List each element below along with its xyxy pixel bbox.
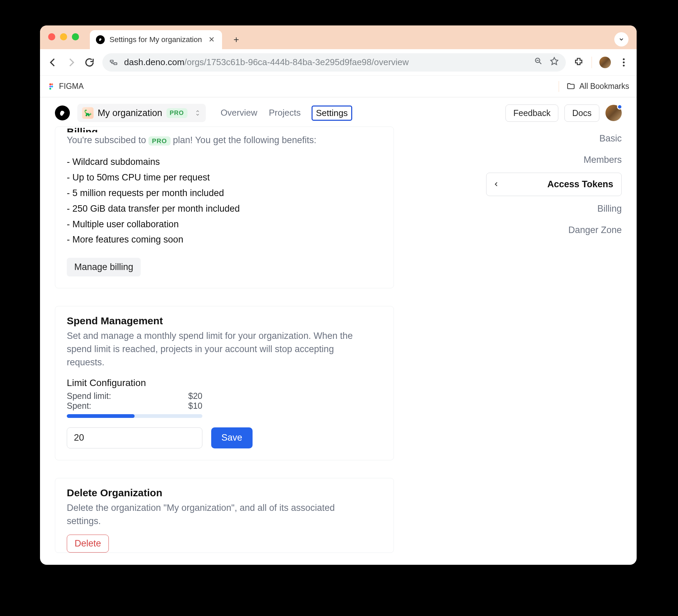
folder-icon: [566, 82, 575, 91]
spend-limit-value: $20: [188, 391, 202, 401]
close-tab-icon[interactable]: ✕: [207, 34, 216, 45]
benefit-item: - Multiple user collaboration: [67, 217, 382, 232]
billing-card: Billing You're subscibed to PRO plan! Yo…: [55, 127, 394, 288]
org-switcher[interactable]: 🦕 My organization PRO: [77, 104, 206, 122]
benefit-item: - 250 GiB data transfer per month includ…: [67, 202, 382, 216]
spend-title: Spend Management: [67, 315, 382, 327]
spent-value: $10: [188, 401, 202, 411]
svg-marker-7: [551, 58, 558, 65]
svg-point-13: [49, 85, 52, 88]
spend-progress-fill: [67, 414, 135, 418]
url-text: dash.deno.com/orgs/1753c61b-96ca-444b-84…: [124, 57, 409, 68]
section-nav-danger-zone[interactable]: Danger Zone: [568, 222, 622, 239]
spend-management-card: Spend Management Set and manage a monthl…: [55, 306, 394, 460]
feedback-button[interactable]: Feedback: [505, 104, 558, 122]
spend-progress-bar: [67, 414, 202, 418]
zoom-icon[interactable]: [534, 57, 543, 68]
svg-rect-0: [110, 60, 113, 62]
address-bar[interactable]: dash.deno.com/orgs/1753c61b-96ca-444b-84…: [102, 53, 566, 72]
svg-point-11: [49, 83, 52, 85]
svg-rect-1: [114, 63, 117, 64]
bookmarks-bar: FIGMA All Bookmarks: [40, 76, 637, 97]
section-nav-billing[interactable]: Billing: [597, 200, 622, 217]
svg-point-12: [51, 83, 53, 85]
reload-button[interactable]: [84, 57, 95, 68]
org-switch-chevrons-icon: [194, 110, 201, 116]
browser-menu-icon[interactable]: [618, 57, 629, 68]
spend-limit-label: Spend limit:: [67, 391, 111, 401]
billing-subtext: You're subscibed to PRO plan! You get th…: [67, 134, 382, 147]
billing-title: Billing: [67, 127, 382, 132]
maximize-window-button[interactable]: [72, 33, 79, 40]
extensions-icon[interactable]: [573, 57, 584, 68]
browser-toolbar: dash.deno.com/orgs/1753c61b-96ca-444b-84…: [40, 49, 637, 76]
spend-desc: Set and manage a monthly spend limit for…: [67, 329, 355, 369]
user-avatar[interactable]: [605, 105, 622, 121]
browser-window: Settings for My organization ✕ + dash.de…: [40, 25, 637, 565]
new-tab-button[interactable]: +: [230, 33, 243, 46]
pro-badge: PRO: [166, 108, 187, 118]
window-controls: [48, 25, 79, 49]
forward-button[interactable]: [66, 57, 77, 68]
bookmarks-divider: [559, 81, 559, 92]
section-nav-basic[interactable]: Basic: [599, 130, 622, 147]
all-bookmarks-button[interactable]: All Bookmarks: [566, 82, 629, 91]
back-button[interactable]: [47, 57, 58, 68]
tab-overflow-button[interactable]: [614, 32, 629, 46]
deno-favicon-icon: [96, 35, 105, 44]
delete-button[interactable]: Delete: [67, 535, 109, 553]
benefit-item: - 5 million requests per month included: [67, 186, 382, 200]
spent-label: Spent:: [67, 401, 91, 411]
svg-line-5: [539, 62, 541, 64]
nav-projects[interactable]: Projects: [268, 105, 301, 121]
primary-nav: Overview Projects Settings: [220, 105, 352, 121]
content-area: Billing You're subscibed to PRO plan! Yo…: [40, 129, 637, 565]
svg-point-8: [623, 58, 624, 60]
bookmark-star-icon[interactable]: [550, 56, 559, 68]
svg-point-15: [49, 88, 52, 90]
profile-avatar[interactable]: [599, 57, 611, 68]
benefit-item: - More features coming soon: [67, 233, 382, 247]
deno-logo-icon[interactable]: [55, 105, 70, 120]
svg-point-9: [623, 61, 624, 63]
org-name: My organization: [98, 108, 162, 118]
figma-icon: [47, 83, 55, 90]
tab-strip: Settings for My organization ✕ +: [40, 25, 637, 49]
minimize-window-button[interactable]: [60, 33, 67, 40]
svg-point-14: [51, 85, 53, 88]
delete-desc: Delete the organization "My organization…: [67, 501, 355, 528]
chevron-left-icon: [493, 179, 499, 190]
limit-config-title: Limit Configuration: [67, 378, 382, 388]
save-button[interactable]: Save: [211, 427, 253, 448]
section-nav-members[interactable]: Members: [583, 151, 622, 169]
browser-tab[interactable]: Settings for My organization ✕: [90, 30, 222, 49]
settings-section-nav: Basic Members Access Tokens Billing Dang…: [486, 130, 622, 239]
nav-settings[interactable]: Settings: [312, 105, 352, 121]
benefits-list: - Wildcard subdomains - Up to 50ms CPU t…: [67, 155, 382, 247]
manage-billing-button[interactable]: Manage billing: [67, 258, 141, 276]
docs-button[interactable]: Docs: [564, 104, 599, 122]
close-window-button[interactable]: [48, 33, 55, 40]
spent-row: Spent: $10: [67, 401, 202, 411]
delete-title: Delete Organization: [67, 487, 382, 499]
pro-badge-inline: PRO: [148, 136, 170, 146]
figma-bookmark[interactable]: FIGMA: [47, 82, 84, 91]
spend-limit-input[interactable]: [67, 427, 202, 448]
nav-overview[interactable]: Overview: [220, 105, 258, 121]
delete-org-card: Delete Organization Delete the organizat…: [55, 478, 394, 553]
section-nav-access-tokens[interactable]: Access Tokens: [486, 173, 622, 196]
org-icon: 🦕: [82, 107, 94, 119]
spend-limit-row: Spend limit: $20: [67, 391, 202, 401]
toolbar-divider: [592, 57, 592, 68]
svg-point-10: [623, 64, 624, 66]
tab-title: Settings for My organization: [109, 35, 202, 44]
benefit-item: - Wildcard subdomains: [67, 155, 382, 169]
notification-dot: [617, 104, 622, 110]
site-info-icon[interactable]: [109, 58, 118, 67]
app-header: 🦕 My organization PRO Overview Projects …: [40, 97, 637, 129]
benefit-item: - Up to 50ms CPU time per request: [67, 171, 382, 185]
